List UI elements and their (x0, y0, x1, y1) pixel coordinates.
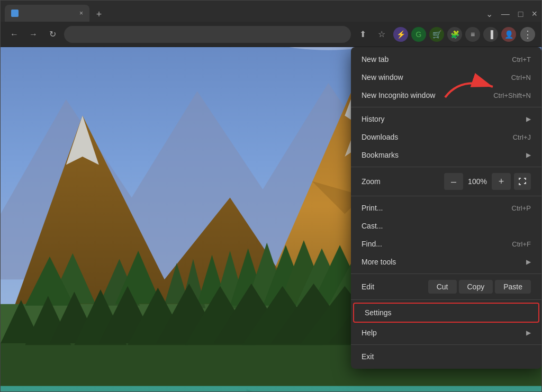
zoom-plus-button[interactable]: + (492, 173, 511, 190)
menu-item-settings[interactable]: Settings (353, 303, 539, 323)
restore-button[interactable]: □ (518, 10, 523, 19)
extension-icons: ⚡ G 🛒 🧩 ≡ ▐ 👤 (393, 27, 516, 42)
fullscreen-icon (518, 177, 527, 186)
extension-g[interactable]: G (411, 27, 426, 42)
menu-item-cast-label: Cast... (362, 222, 383, 230)
paste-button[interactable]: Paste (495, 280, 531, 294)
minimize-button[interactable]: — (501, 10, 510, 19)
menu-button[interactable]: ⋮ (520, 27, 535, 42)
browser-window: × + ⌄ — □ × ← → ↻ ⬆ ☆ ⚡ G 🛒 🧩 ≡ ▐ 👤 ⋮ (0, 0, 542, 392)
close-button[interactable]: × (531, 8, 537, 20)
tab-bar: × + ⌄ — □ × (1, 1, 541, 22)
back-button[interactable]: ← (7, 27, 22, 42)
help-arrow-icon: ▶ (526, 329, 531, 336)
extension-list[interactable]: ≡ (465, 27, 480, 42)
menu-item-downloads[interactable]: Downloads Ctrl+J (351, 128, 541, 146)
menu-item-cast[interactable]: Cast... (351, 217, 541, 235)
toolbar: ← → ↻ ⬆ ☆ ⚡ G 🛒 🧩 ≡ ▐ 👤 ⋮ (1, 22, 541, 47)
forward-button[interactable]: → (26, 27, 41, 42)
window-controls: ⌄ — □ × (486, 8, 537, 22)
menu-item-new-incognito-shortcut: Ctrl+Shift+N (493, 92, 531, 99)
address-bar[interactable] (64, 26, 351, 43)
dropdown-icon[interactable]: ⌄ (486, 9, 493, 19)
cut-button[interactable]: Cut (428, 280, 457, 294)
tab-favicon (11, 10, 19, 17)
menu-item-new-window-label: New window (362, 73, 403, 81)
menu-item-help-label: Help (362, 329, 377, 337)
zoom-controls: – 100% + (443, 173, 531, 190)
extension-lightning[interactable]: ⚡ (393, 27, 408, 42)
zoom-value: 100% (464, 177, 491, 186)
reload-button[interactable]: ↻ (45, 27, 60, 42)
page-content: New tab Ctrl+T New window Ctrl+N New Inc… (1, 47, 541, 391)
menu-item-bookmarks-label: Bookmarks (362, 151, 399, 159)
menu-item-downloads-shortcut: Ctrl+J (513, 133, 531, 141)
menu-item-new-window[interactable]: New window Ctrl+N (351, 68, 541, 86)
menu-item-bookmarks[interactable]: Bookmarks ▶ (351, 146, 541, 164)
divider-3 (351, 196, 541, 196)
divider-1 (351, 107, 541, 107)
bookmark-button[interactable]: ☆ (374, 27, 389, 42)
menu-item-new-incognito[interactable]: New Incognito window Ctrl+Shift+N (351, 86, 541, 104)
menu-item-exit[interactable]: Exit (351, 348, 541, 366)
extension-cart[interactable]: 🛒 (429, 27, 444, 42)
svg-rect-52 (1, 386, 541, 391)
zoom-fullscreen-button[interactable] (514, 173, 531, 190)
menu-item-new-tab-label: New tab (362, 55, 389, 63)
menu-item-history[interactable]: History ▶ (351, 110, 541, 128)
zoom-label: Zoom (362, 177, 443, 186)
zoom-row: Zoom – 100% + (351, 170, 541, 193)
extension-user[interactable]: 👤 (501, 27, 516, 42)
divider-5 (351, 299, 541, 300)
extension-sidebar[interactable]: ▐ (483, 27, 498, 42)
menu-item-find-shortcut: Ctrl+F (512, 240, 531, 248)
share-button[interactable]: ⬆ (355, 27, 370, 42)
extension-puzzle[interactable]: 🧩 (447, 27, 462, 42)
menu-item-new-window-shortcut: Ctrl+N (511, 74, 531, 81)
edit-row: Edit Cut Copy Paste (351, 277, 541, 297)
divider-2 (351, 167, 541, 167)
menu-item-more-tools[interactable]: More tools ▶ (351, 253, 541, 271)
zoom-minus-button[interactable]: – (444, 173, 463, 190)
menu-item-new-incognito-label: New Incognito window (362, 91, 435, 99)
divider-6 (351, 344, 541, 345)
copy-button[interactable]: Copy (459, 280, 493, 294)
new-tab-button[interactable]: + (92, 7, 106, 22)
menu-item-exit-label: Exit (362, 352, 374, 361)
active-tab[interactable]: × (5, 5, 89, 22)
menu-item-find-label: Find... (362, 240, 382, 248)
bookmarks-arrow-icon: ▶ (526, 151, 531, 159)
menu-item-new-tab[interactable]: New tab Ctrl+T (351, 50, 541, 68)
menu-item-print[interactable]: Print... Ctrl+P (351, 199, 541, 217)
menu-item-more-tools-label: More tools (362, 258, 396, 266)
history-arrow-icon: ▶ (526, 115, 531, 123)
edit-buttons: Cut Copy Paste (428, 280, 531, 294)
more-tools-arrow-icon: ▶ (526, 258, 531, 266)
menu-item-settings-label: Settings (365, 308, 392, 317)
context-menu: New tab Ctrl+T New window Ctrl+N New Inc… (351, 47, 541, 369)
menu-item-print-label: Print... (362, 204, 383, 212)
divider-4 (351, 274, 541, 274)
menu-item-new-tab-shortcut: Ctrl+T (512, 56, 531, 63)
menu-item-print-shortcut: Ctrl+P (512, 204, 531, 212)
tab-close[interactable]: × (79, 10, 83, 17)
menu-item-find[interactable]: Find... Ctrl+F (351, 235, 541, 253)
menu-item-help[interactable]: Help ▶ (351, 324, 541, 342)
edit-label: Edit (362, 282, 428, 291)
menu-item-downloads-label: Downloads (362, 133, 398, 141)
menu-item-history-label: History (362, 115, 385, 123)
